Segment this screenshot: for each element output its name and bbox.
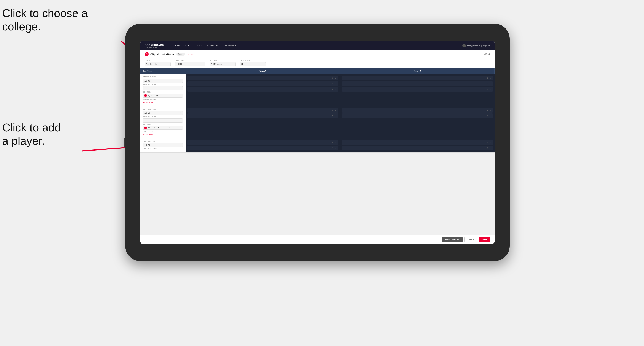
annotation-add-player: Click to add a player. [2, 121, 61, 148]
starting-hole-label-2: STARTING HOLE: [143, 116, 183, 117]
table-row: STARTING TIME: STARTING HOLE: ✕ ⌄ ✕ ⌄ [140, 138, 494, 153]
player-expand-t2-2[interactable]: ⌄ [489, 83, 491, 85]
player-row: ✕ ⌄ [342, 114, 493, 118]
back-button[interactable]: ‹ Back [484, 53, 490, 55]
course-tag-2[interactable]: East Lake GC ✕ ⌄ [143, 126, 183, 130]
player-row: ✕ ⌄ [342, 76, 493, 80]
brand-logo: SCOREBOARD Powered by clippd [145, 44, 164, 48]
save-button[interactable]: Save [479, 237, 490, 242]
player-expand-2[interactable]: ⌄ [335, 83, 337, 85]
player-row: ✕ ⌄ [342, 87, 493, 92]
nav-link-teams[interactable]: TEAMS [192, 44, 204, 48]
player-row: ✕ ⌄ [188, 114, 338, 118]
starting-time-input-1[interactable] [143, 79, 183, 83]
starting-hole-select-1[interactable]: 1 [143, 86, 183, 90]
nav-link-rankings[interactable]: RANKINGS [223, 44, 239, 48]
player-expand-3[interactable]: ⌄ [335, 88, 337, 90]
starting-hole-label-3: STARTING HOLE: [143, 148, 183, 150]
group-size-select[interactable]: 3 [240, 62, 266, 66]
player-row: ✕ ⌄ [188, 108, 338, 113]
table-body: STARTING TIME: STARTING HOLE: 1 COURSE: … [140, 74, 494, 235]
player-expand-t2-3[interactable]: ⌄ [489, 88, 491, 90]
course-tag-text-2: East Lake GC [148, 127, 160, 129]
course-label-2: COURSE: [143, 123, 183, 125]
course-tag-text-1: (A) Peachtree GC [148, 94, 163, 97]
left-col-3: STARTING TIME: STARTING HOLE: [140, 138, 186, 152]
course-expand-2[interactable]: ⌄ [180, 127, 182, 129]
tournament-badge: (Men) [176, 53, 185, 56]
player-x-2[interactable]: ✕ [332, 83, 334, 85]
user-avatar [462, 44, 466, 47]
course-remove-2[interactable]: ✕ [169, 127, 170, 129]
add-group-2[interactable]: + Add Group [143, 134, 183, 136]
course-tag-icon-2 [144, 127, 147, 129]
nav-link-tournaments[interactable]: TOURNAMENTS [170, 44, 191, 48]
intervals-label: Intervals [210, 59, 236, 61]
th-tee-time: Tee Time [140, 68, 186, 74]
player-row: ✕ ⌄ [188, 76, 338, 80]
course-tag-icon-1 [144, 94, 147, 97]
th-team2: Team 2 [340, 68, 494, 74]
player-x-t2-3[interactable]: ✕ [486, 88, 488, 90]
start-type-select[interactable]: 1st Tee Start [145, 62, 170, 66]
team1-col-3: ✕ ⌄ ✕ ⌄ [186, 138, 340, 152]
remove-group-1[interactable]: ○ Remove Group [143, 99, 156, 101]
starting-hole-wrapper-1: 1 [143, 86, 183, 90]
intervals-select-wrapper: 10 Minutes [210, 62, 236, 66]
player-row: ✕ ⌄ [188, 146, 338, 150]
time-icon: ⏱ [202, 63, 204, 65]
course-expand-1[interactable]: ⌄ [180, 94, 182, 97]
nav-link-committee[interactable]: COMMITTEE [205, 44, 222, 48]
hosting-badge: Hosting [186, 53, 193, 55]
cancel-button[interactable]: Cancel [464, 237, 478, 242]
player-expand-t2-1[interactable]: ⌄ [489, 77, 491, 79]
starting-time-input-3[interactable] [143, 143, 183, 147]
sign-out-link[interactable]: Sign out [483, 45, 490, 47]
player-expand-1[interactable]: ⌄ [335, 77, 337, 79]
starting-time-input-2[interactable] [143, 111, 183, 115]
tournament-name: Clippd Invitational [150, 53, 175, 56]
team1-col-1: ✕ ⌄ ✕ ⌄ ✕ ⌄ [186, 74, 340, 106]
player-row: ✕ ⌄ [188, 81, 338, 86]
team2-col-1: ✕ ⌄ ✕ ⌄ ✕ ⌄ [340, 74, 494, 106]
footer: Reset Changes Cancel Save [140, 235, 494, 244]
group-size-group: Group Size 3 [240, 59, 266, 66]
player-row: ✕ ⌄ [188, 140, 338, 145]
starting-hole-wrapper-2: 1 [143, 118, 183, 123]
table-row: STARTING TIME: STARTING HOLE: 1 COURSE: … [140, 74, 494, 106]
reset-changes-button[interactable]: Reset Changes [442, 237, 462, 242]
player-x-t2-1[interactable]: ✕ [486, 77, 488, 79]
start-type-group: Start Type 1st Tee Start [145, 59, 170, 66]
intervals-select[interactable]: 10 Minutes [210, 62, 236, 66]
starting-time-wrapper-3 [143, 143, 183, 147]
player-row: ✕ ⌄ [342, 108, 493, 113]
player-x-3[interactable]: ✕ [332, 88, 334, 90]
course-remove-1[interactable]: ✕ [170, 94, 172, 97]
start-type-label: Start Type [145, 59, 170, 61]
add-group-1[interactable]: + Add Group [143, 102, 183, 104]
nav-links: TOURNAMENTS TEAMS COMMITTEE RANKINGS [170, 44, 462, 48]
starting-time-label-2: STARTING TIME: [143, 108, 183, 110]
team2-col-2: ✕ ⌄ ✕ ⌄ [340, 106, 494, 138]
clippd-logo: C [145, 52, 148, 56]
player-x-t2-2[interactable]: ✕ [486, 83, 488, 85]
table-header: Tee Time Team 1 Team 2 [140, 68, 494, 74]
course-tag-1[interactable]: (A) Peachtree GC ✕ ⌄ [143, 94, 183, 98]
tablet-screen: SCOREBOARD Powered by clippd TOURNAMENTS… [140, 41, 494, 244]
left-col-2: STARTING TIME: STARTING HOLE: 1 COURSE: … [140, 106, 186, 138]
remove-group-2[interactable]: ○ Remove Group [143, 131, 156, 133]
controls-row: Start Type 1st Tee Start Start Time ⏱ In… [140, 58, 494, 68]
table-row: STARTING TIME: STARTING HOLE: 1 COURSE: … [140, 106, 494, 138]
tablet-side-button [124, 138, 125, 147]
team1-col-2: ✕ ⌄ ✕ ⌄ [186, 106, 340, 138]
player-x-1[interactable]: ✕ [332, 77, 334, 79]
player-row: ✕ ⌄ [342, 81, 493, 86]
group-size-label: Group Size [240, 59, 266, 61]
start-time-input[interactable] [175, 62, 206, 66]
start-type-select-wrapper: 1st Tee Start [145, 62, 170, 66]
start-time-group: Start Time ⏱ [175, 59, 206, 66]
sub-header-left: C Clippd Invitational (Men) Hosting [145, 52, 193, 56]
player-row: ✕ ⌄ [188, 87, 338, 92]
starting-hole-select-2[interactable]: 1 [143, 118, 183, 123]
course-label-1: COURSE: [143, 91, 183, 93]
